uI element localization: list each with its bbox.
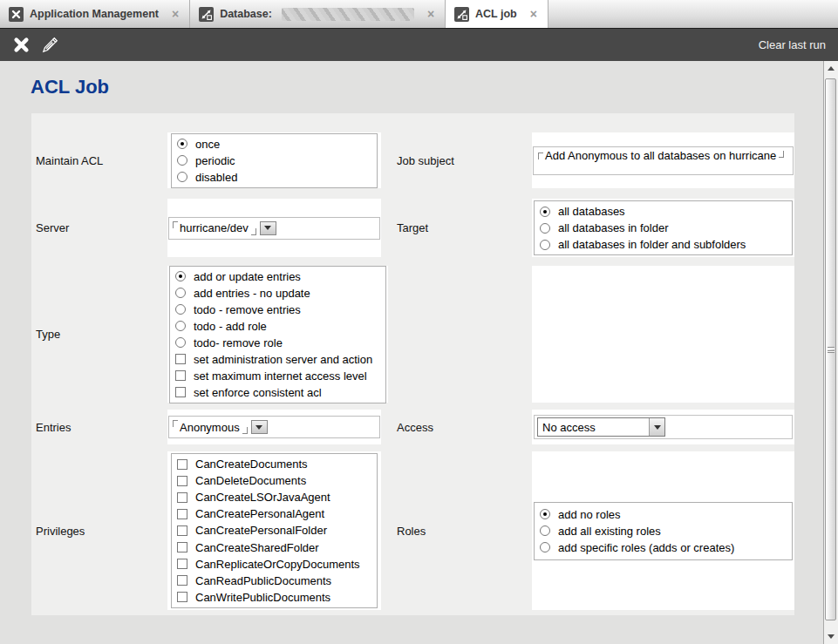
radio-option-disabled[interactable]: disabled [177,169,371,186]
checkbox-can-create-ls-or-java-agent[interactable]: CanCreateLSOrJavaAgent [177,489,371,505]
checkbox-icon[interactable] [177,492,187,503]
radio-option-periodic[interactable]: periodic [177,153,371,169]
radio-icon[interactable] [540,207,550,217]
checkbox-icon[interactable] [175,387,186,397]
checkbox-can-create-personal-folder[interactable]: CanCreatePersonalFolder [177,522,371,539]
checkbox-icon[interactable] [177,476,187,486]
access-select[interactable]: No access [537,417,665,437]
type-right-spacer [381,266,532,403]
checkbox-icon[interactable] [177,509,187,519]
radio-option-todo-remove-entries[interactable]: todo - remove entries [175,302,380,318]
target-options: all databases all databases in folder al… [534,200,793,255]
radio-option-all-databases-in-folder-subfolders[interactable]: all databases in folder and subfolders [540,236,787,253]
radio-icon[interactable] [175,337,186,348]
entries-input[interactable]: Anonymous [168,416,380,438]
server-picker-button[interactable] [260,221,276,235]
server-field: hurricane/dev [167,199,381,257]
radio-option-add-or-update-entries[interactable]: add or update entries [175,268,380,285]
checkbox-can-read-public-documents[interactable]: CanReadPublicDocuments [177,573,371,589]
page-title: ACL Job [31,76,838,98]
type-label: Type [35,266,167,403]
checkbox-can-write-public-documents[interactable]: CanWritePublicDocuments [177,589,371,606]
tab-database[interactable]: Database: × [190,0,446,28]
radio-icon[interactable] [175,304,186,315]
cancel-button[interactable] [9,33,33,58]
checkbox-icon[interactable] [177,575,187,586]
radio-icon[interactable] [175,271,186,281]
scroll-down-button[interactable] [824,629,838,644]
radio-icon[interactable] [540,240,550,250]
job-subject-input[interactable]: Add Anonymous to all databases on hurric… [533,146,794,175]
tab-acl-job[interactable]: ACL job × [446,0,548,28]
notes-bracket-open-icon [173,221,178,228]
tab-label: Application Management [30,8,159,20]
radio-icon[interactable] [540,509,550,519]
access-select-button[interactable] [649,418,664,436]
radio-option-todo-remove-role[interactable]: todo- remove role [175,335,380,351]
scroll-up-icon [828,66,835,71]
redacted-database-name [282,8,414,21]
entries-picker-button[interactable] [251,420,268,434]
empty-detail-box [532,266,794,403]
privileges-options: CanCreateDocuments CanDeleteDocuments Ca… [171,453,378,608]
tab-label: ACL job [475,8,517,20]
radio-option-once[interactable]: once [177,136,371,153]
radio-option-add-entries-no-update[interactable]: add entries - no update [175,285,380,302]
type-options: add or update entries add entries - no u… [169,266,386,403]
clear-last-run-button[interactable]: Clear last run [759,38,829,51]
vertical-scrollbar[interactable] [823,61,838,644]
checkbox-can-create-personal-agent[interactable]: CanCreatePersonalAgent [177,505,371,522]
application-management-icon [9,7,24,22]
checkbox-can-create-shared-folder[interactable]: CanCreateSharedFolder [177,539,371,556]
radio-option-todo-add-role[interactable]: todo - add role [175,318,380,335]
radio-icon[interactable] [175,321,186,331]
checkbox-icon[interactable] [177,459,187,470]
radio-icon[interactable] [177,172,187,182]
scroll-up-button[interactable] [824,61,838,76]
checkbox-icon[interactable] [175,370,186,381]
checkbox-icon[interactable] [177,592,187,602]
radio-icon[interactable] [540,542,550,552]
close-tab-icon[interactable]: × [427,8,434,20]
checkbox-icon[interactable] [177,542,187,552]
radio-option-add-no-roles[interactable]: add no roles [540,506,787,523]
radio-icon[interactable] [540,223,550,234]
checkbox-set-enforce-consistent-acl[interactable]: set enforce consistent acl [175,384,380,401]
roles-options: add no roles add all existing roles add … [534,502,793,560]
server-input[interactable]: hurricane/dev [168,217,380,240]
checkbox-set-maximum-internet-access[interactable]: set maximum internet access level [175,368,380,384]
close-tab-icon[interactable]: × [530,8,537,20]
server-label: Server [35,199,167,257]
radio-option-all-databases-in-folder[interactable]: all databases in folder [540,220,787,236]
radio-option-all-databases[interactable]: all databases [540,203,787,220]
tab-application-management[interactable]: Application Management × [0,0,190,28]
radio-option-add-all-existing-roles[interactable]: add all existing roles [540,523,787,539]
form-row-privileges: Privileges CanCreateDocuments CanDeleteD… [35,451,794,610]
job-subject-field: Add Anonymous to all databases on hurric… [532,132,794,188]
checkbox-can-create-documents[interactable]: CanCreateDocuments [177,456,371,472]
close-tab-icon[interactable]: × [172,8,179,20]
edit-button[interactable] [37,33,62,58]
checkbox-set-administration-server[interactable]: set administration server and action [175,351,380,368]
radio-icon[interactable] [540,525,550,536]
action-toolbar: Clear last run [0,28,838,61]
radio-option-add-specific-roles[interactable]: add specific roles (adds or creates) [540,539,787,556]
checkbox-icon[interactable] [177,525,187,536]
form-row-type: Type add or update entries add entries -… [35,266,794,403]
roles-label: Roles [381,451,532,610]
checkbox-icon[interactable] [177,559,187,569]
radio-icon[interactable] [175,288,186,298]
scroll-down-icon [828,634,835,639]
checkbox-can-replicate-or-copy-documents[interactable]: CanReplicateOrCopyDocuments [177,556,371,573]
acl-job-form: Maintain ACL once periodic d [31,113,794,615]
privileges-label: Privileges [35,451,167,610]
checkbox-can-delete-documents[interactable]: CanDeleteDocuments [177,472,371,489]
pencil-icon [40,36,59,55]
tab-bar: Application Management × Database: × [0,0,838,28]
radio-icon[interactable] [177,139,187,149]
scrollbar-thumb[interactable] [825,78,836,620]
scrollbar-track[interactable] [824,76,838,629]
radio-icon[interactable] [177,155,187,166]
checkbox-icon[interactable] [175,354,186,364]
notes-bracket-open-icon [538,153,543,159]
